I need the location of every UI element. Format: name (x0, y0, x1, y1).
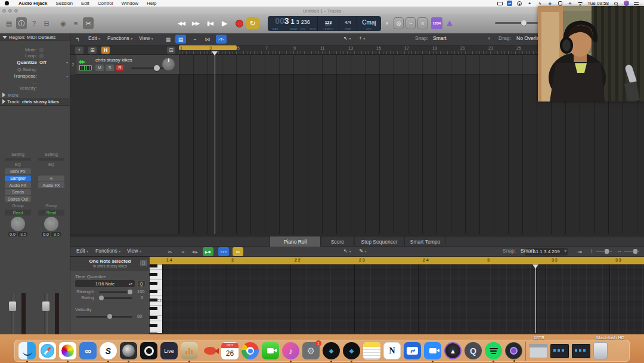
stepper-icon[interactable]: ▾ (66, 74, 68, 78)
menu-clock[interactable]: Tue 09:58 (587, 1, 609, 6)
dock-photos-icon[interactable] (59, 342, 76, 359)
automation-icon[interactable]: ⌁ (190, 35, 200, 44)
black-keys[interactable] (150, 264, 157, 333)
editor-pencil-tool[interactable]: ✎ ▾ (359, 248, 367, 254)
time-quantize-select[interactable]: 1/16 Note (75, 280, 135, 287)
strip-sends-button[interactable]: Sends (5, 189, 31, 195)
master-volume-knob[interactable] (521, 20, 527, 26)
editor-snap-icon[interactable]: >T< (218, 247, 229, 256)
editor-snap-value[interactable]: Smart (521, 248, 534, 254)
lcd-time-signature[interactable]: 4/4 TIME (339, 16, 357, 31)
lcd-tempo[interactable]: 123 KEEP TEMPO (318, 16, 339, 31)
strip-output-button[interactable]: Stereo Out (5, 196, 31, 202)
quantize-row[interactable]: QuantizeOff▾ (0, 59, 70, 65)
strip-group-button[interactable]: Group (38, 203, 64, 209)
mute-row[interactable]: Mute: (0, 47, 70, 53)
dropbox-icon[interactable]: ✦ (527, 1, 532, 6)
dock-ableton-live-icon[interactable]: Live (160, 342, 178, 359)
track-name[interactable]: chris stussy kikcs (95, 57, 132, 63)
pan-value[interactable]: 0.0 (42, 232, 50, 236)
dock-teamviewer-icon[interactable]: ⇄ (404, 342, 421, 359)
dock-screenflow-icon[interactable] (505, 342, 522, 359)
volume-value[interactable]: -8.5 (51, 232, 61, 236)
piano-keys[interactable]: C2 (150, 264, 163, 333)
dock-notion-icon[interactable]: N (383, 342, 401, 359)
stepper-icon[interactable]: ▾ (66, 60, 68, 64)
tab-step-sequencer[interactable]: Step Sequencer (354, 236, 404, 247)
grid-view-icon[interactable]: ▦ (163, 35, 174, 44)
screen-mirroring-icon[interactable] (497, 1, 503, 6)
track-volume-knob[interactable] (154, 65, 160, 71)
tab-smart-tempo[interactable]: Smart Tempo (404, 236, 446, 247)
arrange-view-menu[interactable]: View ▾ (139, 35, 153, 41)
track-volume-slider[interactable] (131, 67, 166, 69)
horizontal-zoom-slider[interactable] (624, 251, 639, 252)
playhead[interactable] (215, 51, 215, 234)
midi-in-icon[interactable]: ●▸ (190, 247, 200, 256)
master-volume-slider[interactable] (495, 22, 538, 24)
shield-icon[interactable] (557, 1, 563, 6)
minimized-window-thumbnail[interactable] (550, 344, 569, 358)
track-mute-button[interactable]: M (95, 64, 104, 71)
dock-audio-hijack-icon[interactable] (181, 342, 198, 359)
region-inspector-header[interactable]: Region: MIDI Defaults (0, 33, 70, 41)
metronome-button[interactable] (444, 17, 455, 29)
strip-group-button[interactable]: Group (5, 203, 31, 209)
strip-eq-button[interactable]: EQ (38, 162, 64, 168)
fader-cap[interactable] (42, 302, 49, 311)
strip-read-button[interactable]: Read (5, 210, 31, 216)
piano-roll-grid[interactable] (163, 264, 644, 333)
dock-soundid-reference-icon[interactable]: ◆ (323, 342, 340, 359)
editor-pointer-tool[interactable]: ↖ ▾ (343, 248, 351, 254)
loop-checkbox[interactable] (39, 54, 44, 58)
snap-value[interactable]: Smart (433, 35, 447, 41)
add-track-button[interactable]: + (75, 47, 83, 54)
dock-quicktime-icon[interactable]: Q (465, 342, 482, 359)
solo-icon[interactable]: S (417, 17, 428, 29)
lcd-chevron-icon[interactable]: ▾ (382, 17, 392, 29)
dock-zoom-icon[interactable] (424, 342, 441, 359)
minimized-window-thumbnail[interactable] (572, 344, 590, 358)
siri-icon[interactable] (623, 1, 629, 6)
arrange-functions-menu[interactable]: Functions ▾ (107, 35, 132, 41)
dock-system-preferences-icon[interactable]: ⚙1 (302, 342, 320, 359)
record-button[interactable] (234, 17, 244, 29)
no-input-icon[interactable]: ⊗ (394, 17, 404, 29)
dock-logic-pro-icon[interactable] (120, 342, 137, 359)
catch-playhead-icon[interactable]: ↰ (73, 35, 82, 44)
local-inspector-icon[interactable]: ⊡ (140, 260, 147, 266)
spotlight-icon[interactable] (613, 1, 619, 6)
lcd-display[interactable]: 003 1 3 236 BAR BEAT DIV TICK 123 KEEP T… (268, 16, 381, 31)
loop-row[interactable]: Loop: (0, 53, 70, 59)
strip-eq-button[interactable]: EQ (5, 162, 31, 168)
eq-thumbnail[interactable] (38, 158, 64, 161)
inspector-icon[interactable]: ⓘ (16, 17, 27, 29)
eq-thumbnail[interactable] (5, 158, 31, 161)
snap-to-icon[interactable]: >T< (216, 35, 227, 44)
lcd-key[interactable]: Cmaj KEY (357, 16, 381, 31)
menu-app-name[interactable]: Audio Hijack (14, 1, 51, 6)
split-icon[interactable]: ✂ (165, 247, 175, 256)
tab-piano-roll[interactable]: Piano Roll (270, 236, 321, 247)
mixer-icon[interactable]: ≡ (70, 17, 81, 29)
qswing-row[interactable]: Q-Swing: (0, 66, 70, 72)
editor-snap-stepper-icon[interactable]: ▾ (564, 248, 566, 254)
velocity-slider[interactable] (76, 316, 132, 318)
carbon-copy-icon[interactable]: ▲ (516, 1, 522, 6)
editor-playhead[interactable] (535, 264, 536, 333)
editor-edit-menu[interactable]: Edit ▾ (76, 248, 88, 254)
dock-trash-icon[interactable] (593, 342, 608, 359)
menu-session[interactable]: Session (51, 1, 76, 6)
duplicate-track-button[interactable]: ⊞ (88, 47, 97, 54)
pan-value[interactable]: 0.0 (8, 232, 17, 236)
dock-fission-icon[interactable] (201, 342, 218, 359)
track-pan-knob[interactable] (162, 58, 175, 70)
notification-center-icon[interactable] (633, 1, 639, 6)
more-row[interactable]: More (0, 92, 70, 98)
play-button[interactable]: ▶ (218, 17, 230, 29)
dock-safari-icon[interactable] (39, 342, 56, 359)
smart-controls-icon[interactable]: ◉ (58, 17, 69, 29)
strip-phones-icon[interactable]: ∞ (38, 176, 64, 182)
track-solo-button[interactable]: S (106, 64, 114, 71)
tuner-icon[interactable]: ~ (405, 17, 416, 29)
